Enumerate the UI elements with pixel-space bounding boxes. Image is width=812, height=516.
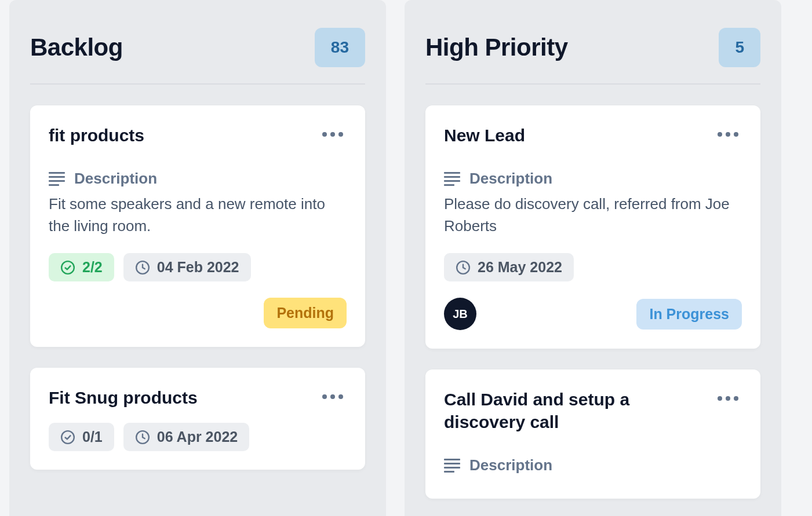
- text-lines-icon: [444, 172, 460, 186]
- description-label: Description: [469, 170, 552, 188]
- check-circle-icon: [60, 430, 75, 445]
- progress-pill: 2/2: [49, 253, 114, 281]
- check-circle-icon: [60, 260, 75, 275]
- date-text: 04 Feb 2022: [157, 259, 239, 276]
- date-pill: 06 Apr 2022: [123, 423, 249, 451]
- pill-row: 2/2 04 Feb 2022: [49, 253, 347, 281]
- date-pill: 26 May 2022: [444, 253, 574, 281]
- text-lines-icon: [49, 172, 65, 186]
- card-header: fit products: [49, 124, 347, 147]
- avatar[interactable]: JB: [444, 298, 476, 330]
- column-title: High Priority: [425, 34, 568, 61]
- more-icon[interactable]: [714, 393, 742, 404]
- pill-row: 26 May 2022: [444, 253, 742, 281]
- status-badge: Pending: [264, 298, 347, 328]
- task-card[interactable]: New Lead Description Please do discovery…: [425, 105, 760, 349]
- description-label-row: Description: [444, 456, 742, 474]
- description-label-row: Description: [444, 170, 742, 188]
- description-text: Please do discovery call, referred from …: [444, 193, 742, 237]
- card-header: New Lead: [444, 124, 742, 147]
- card-title: fit products: [49, 124, 319, 147]
- description-text: Fit some speakers and a new remote into …: [49, 193, 347, 237]
- date-pill: 04 Feb 2022: [123, 253, 251, 281]
- more-icon[interactable]: [319, 129, 347, 140]
- column-header: Backlog 83: [30, 0, 365, 83]
- progress-text: 2/2: [82, 259, 103, 276]
- card-title: Fit Snug products: [49, 386, 319, 409]
- date-text: 26 May 2022: [478, 259, 562, 276]
- count-badge: 83: [315, 28, 365, 67]
- clock-icon: [135, 430, 150, 445]
- task-card[interactable]: Fit Snug products 0/1 06 Apr 2022: [30, 368, 365, 470]
- clock-icon: [456, 260, 471, 275]
- svg-point-2: [61, 431, 74, 444]
- more-icon[interactable]: [319, 391, 347, 402]
- card-header: Call David and setup a discovery call: [444, 388, 742, 433]
- column-high-priority: High Priority 5 New Lead Description Ple…: [405, 0, 781, 516]
- text-lines-icon: [444, 459, 460, 473]
- divider: [30, 83, 365, 85]
- description-label: Description: [74, 170, 157, 188]
- card-title: Call David and setup a discovery call: [444, 388, 714, 433]
- column-header: High Priority 5: [425, 0, 760, 83]
- more-icon[interactable]: [714, 129, 742, 140]
- description-label: Description: [469, 456, 552, 474]
- progress-text: 0/1: [82, 429, 103, 445]
- task-card[interactable]: fit products Description Fit some speake…: [30, 105, 365, 347]
- progress-pill: 0/1: [49, 423, 114, 451]
- pill-row: 0/1 06 Apr 2022: [49, 423, 347, 451]
- card-title: New Lead: [444, 124, 714, 147]
- clock-icon: [135, 260, 150, 275]
- count-badge: 5: [719, 28, 760, 67]
- kanban-board: Backlog 83 fit products Description Fit …: [0, 0, 812, 516]
- date-text: 06 Apr 2022: [157, 429, 238, 445]
- status-badge: In Progress: [636, 299, 742, 330]
- column-backlog: Backlog 83 fit products Description Fit …: [9, 0, 386, 516]
- task-card[interactable]: Call David and setup a discovery call De…: [425, 369, 760, 499]
- status-row: Pending: [49, 298, 347, 328]
- column-title: Backlog: [30, 34, 123, 61]
- divider: [425, 83, 760, 85]
- svg-point-0: [61, 261, 74, 274]
- status-row: JB In Progress: [444, 298, 742, 330]
- card-header: Fit Snug products: [49, 386, 347, 409]
- description-label-row: Description: [49, 170, 347, 188]
